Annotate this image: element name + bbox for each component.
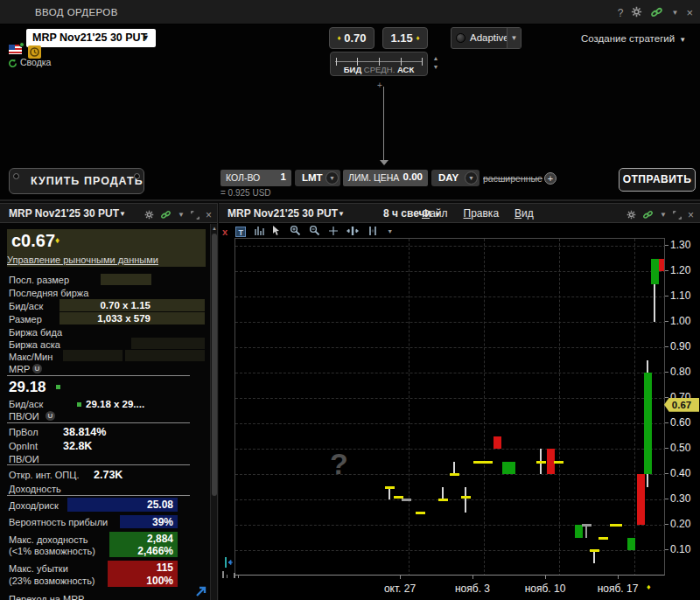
settings-gear-icon[interactable] <box>144 207 154 223</box>
maximize-icon[interactable] <box>191 207 200 223</box>
data-status-badge-icon: U <box>46 411 55 421</box>
scrollbar-thumb[interactable] <box>212 234 217 496</box>
row-label: OpnInt <box>9 441 38 451</box>
scrollbar[interactable]: ▲ <box>210 224 218 600</box>
candle-body <box>627 538 635 551</box>
menu-item-правка[interactable]: Правка <box>464 207 500 220</box>
chart-panel-title[interactable]: MRP Nov21'25 30 PUT▼ <box>228 207 345 220</box>
buy-sell-toggle[interactable]: КУПИТЬ ПРОДАТЬ <box>9 168 144 194</box>
settings-gear-icon[interactable] <box>631 5 642 21</box>
algo-strategy-dropdown[interactable]: Adaptive ▼ <box>451 27 522 49</box>
y-axis-label: 1.30 <box>670 239 690 251</box>
candle-doji-dash <box>598 537 608 540</box>
quote-panel-title[interactable]: MRP Nov21'25 30 PUT▼ <box>9 207 126 220</box>
h-gridline <box>235 347 665 348</box>
menu-item-файл[interactable]: Файл <box>422 207 448 220</box>
bid-price-button[interactable]: ♦ 0.70 <box>329 27 374 49</box>
chevron-down-icon[interactable]: ▼ <box>660 209 667 221</box>
candle-wick <box>585 525 587 538</box>
missing-data-marker: ? <box>330 447 348 481</box>
instrument-selector[interactable]: MRP Nov21'25 30 PUT ▼ <box>26 29 156 47</box>
candle-doji-dash <box>582 524 592 527</box>
chevron-down-icon[interactable]: ▼ <box>178 209 185 221</box>
link-group-icon[interactable] <box>642 207 654 223</box>
chevron-down-icon: ▼ <box>142 29 150 47</box>
y-tick <box>665 397 668 398</box>
refresh-icon[interactable] <box>8 56 18 72</box>
remove-icon[interactable]: x <box>222 227 228 237</box>
advanced-options-toggle[interactable]: расширенные + <box>483 172 556 185</box>
expand-plus-icon[interactable]: + <box>544 172 556 185</box>
x-axis-label: нояб. 17 <box>592 583 644 595</box>
scroll-to-start-icon[interactable] <box>224 556 234 572</box>
quantity-value[interactable]: 1 <box>281 171 286 182</box>
y-axis-label: 0.60 <box>670 416 690 429</box>
underlying-jump-link[interactable]: Переход на MRP <box>9 594 84 600</box>
chevron-down-icon[interactable]: ▼ <box>326 171 339 185</box>
candle-body <box>575 525 583 538</box>
quantity-label: КОЛ-ВО <box>226 172 260 183</box>
diamond-icon: ♦ <box>416 34 419 42</box>
x-axis-label: нояб. 10 <box>519 583 571 595</box>
chevron-down-icon[interactable]: ▼ <box>387 226 393 238</box>
h-gridline <box>235 423 665 424</box>
y-tick <box>665 270 668 271</box>
row-label: Макс. убытки <box>9 563 68 574</box>
row-label: Доход/риск <box>9 500 59 511</box>
link-group-icon[interactable] <box>160 207 172 223</box>
chevron-down-icon[interactable]: ▼ <box>507 28 521 48</box>
scroll-up-icon[interactable]: ▲ <box>211 224 218 233</box>
row-label: Посл. размер <box>9 275 69 285</box>
candle-body <box>659 259 666 272</box>
chevron-down-icon[interactable]: ▼ <box>465 171 478 185</box>
strategy-builder-link[interactable]: Создание стратегий▼ <box>581 33 691 44</box>
sell-radio-dot[interactable] <box>134 173 140 179</box>
limit-price-value[interactable]: 0.00 <box>403 171 423 182</box>
y-tick <box>665 422 668 423</box>
text-annotation-icon[interactable]: T <box>235 227 246 237</box>
h-gridline <box>235 246 665 247</box>
step-up-icon: ▲ <box>430 54 441 63</box>
close-icon[interactable]: × <box>688 209 694 221</box>
h-gridline <box>235 550 665 551</box>
row-label: ПВ/ОИ <box>9 411 39 422</box>
chevron-down-icon[interactable]: ▼ <box>671 7 678 19</box>
candle-doji-dash <box>554 461 564 464</box>
submit-order-button[interactable]: ОТПРАВИТЬ <box>619 168 696 192</box>
candlestick-plot-area[interactable]: ? <box>234 238 665 576</box>
limit-price-field[interactable]: ЛИМ. ЦЕНА 0.00 <box>343 170 428 186</box>
open-interest-value: 32.8K <box>63 440 92 452</box>
settings-gear-icon[interactable] <box>626 207 636 223</box>
link-group-icon[interactable] <box>650 5 663 21</box>
last-price-axis-marker: 0.67 <box>664 398 699 412</box>
close-icon[interactable]: × <box>206 209 212 221</box>
close-icon[interactable]: × <box>686 7 693 19</box>
quantity-field[interactable]: КОЛ-ВО 1 <box>220 170 291 186</box>
bid-ask-price-slider[interactable]: БИД СРЕДН. АСК <box>330 52 428 76</box>
maximize-icon[interactable] <box>673 207 682 223</box>
external-link-arrow-icon[interactable] <box>194 584 208 600</box>
menu-item-вид[interactable]: Вид <box>514 207 534 220</box>
market-data-link[interactable]: Управление рыночными данными <box>7 255 158 265</box>
order-type-dropdown[interactable]: LMT ▼ <box>295 170 340 186</box>
slider-labels: БИД СРЕДН. АСК <box>331 65 427 74</box>
candle-body <box>637 474 645 525</box>
buy-button[interactable]: КУПИТЬ <box>31 175 80 187</box>
price-stepper[interactable]: ▲ ▼ <box>430 54 441 73</box>
candle-body <box>502 462 515 475</box>
chart-panel: MRP Nov21'25 30 PUT▼ 8 ч свечи ▼ ФайлПра… <box>219 203 700 600</box>
ask-price-button[interactable]: 1.15 ♦ <box>382 27 428 49</box>
y-tick <box>665 448 668 449</box>
help-icon[interactable]: ? <box>618 7 624 19</box>
y-axis-label: 0.20 <box>670 518 690 530</box>
x-tick <box>400 576 401 579</box>
max-return-box: 2,884 2,466% <box>109 532 178 557</box>
candle-doji-dash <box>402 499 411 501</box>
algo-knob-icon <box>456 33 466 43</box>
buy-radio-dot[interactable] <box>13 173 19 179</box>
quote-details-panel: MRP Nov21'25 30 PUT▼ ▼ × c0.67♦ Управлен… <box>0 203 218 600</box>
y-tick <box>665 372 668 373</box>
chart-menubar: ФайлПравкаВид <box>422 207 534 220</box>
time-in-force-dropdown[interactable]: DAY ▼ <box>431 170 480 186</box>
y-axis-label: 0.90 <box>670 340 690 352</box>
